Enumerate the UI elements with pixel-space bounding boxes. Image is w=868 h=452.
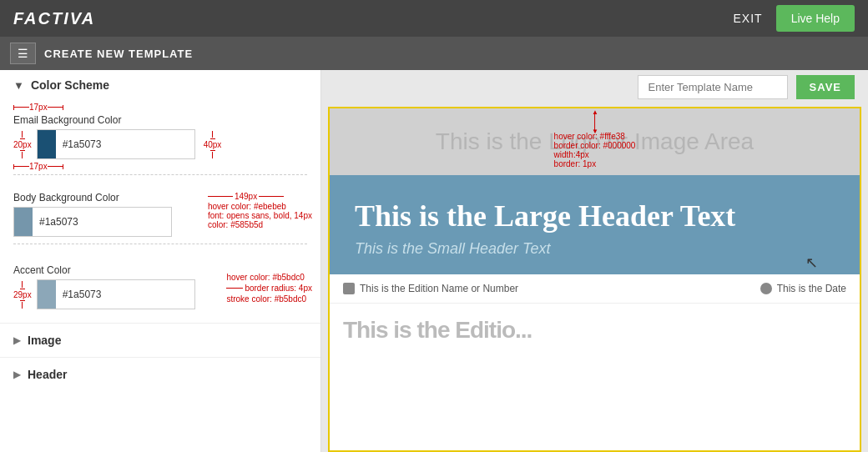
accent-color-row[interactable] xyxy=(37,279,195,309)
factiva-logo: FACTIVA xyxy=(13,9,95,28)
email-bg-label: Email Background Color xyxy=(13,114,307,126)
edition-title-large: This is the Editio... xyxy=(343,317,846,344)
header-label: Header xyxy=(28,368,67,381)
accent-value-input[interactable] xyxy=(56,280,194,309)
body-bg-annotations: 149px hover color: #ebebeb font: opens s… xyxy=(208,192,312,229)
email-bg-dim4: 40px xyxy=(204,140,222,149)
image-chevron: ▶ xyxy=(13,334,21,346)
email-bg-color-swatch[interactable] xyxy=(38,130,56,158)
accent-section: Accent Color 29px xyxy=(0,264,320,323)
header-section-header[interactable]: ▶ Header xyxy=(0,357,320,391)
body-bg-color: color: #585b5d xyxy=(208,220,312,229)
accent-color-swatch[interactable] xyxy=(38,280,56,309)
email-bg-top-ruler: 17px xyxy=(13,103,307,112)
email-bg-color-row[interactable] xyxy=(37,129,195,159)
email-bg-value-input[interactable] xyxy=(56,130,194,158)
preview-border: border: 1px xyxy=(554,159,636,168)
accent-stroke: stroke color: #b5bdc0 xyxy=(226,294,312,304)
hamburger-button[interactable]: ☰ xyxy=(10,43,36,64)
accent-annotations: hover color: #b5bdc0 border radius: 4px … xyxy=(226,273,312,304)
large-header-text: This is the Large Header Text xyxy=(355,200,835,234)
email-bg-dim2: 20px xyxy=(13,140,32,149)
color-scheme-section-header[interactable]: ▼ Color Scheme xyxy=(0,70,320,100)
top-navigation: FACTIVA EXIT Live Help xyxy=(0,0,868,37)
hamburger-icon: ☰ xyxy=(18,47,28,60)
edition-left: This is the Edition Name or Number xyxy=(343,283,518,294)
email-preview: This is the Logo or Image Area ▲ ▼ hover… xyxy=(328,107,861,452)
color-scheme-title: Color Scheme xyxy=(31,78,109,92)
content-area: SAVE This is the Logo or Image Area ▲ ▼ … xyxy=(321,70,868,452)
email-bg-dim1: 17px xyxy=(29,103,48,112)
logo-area-text: This is the Logo or Image Area xyxy=(436,128,754,155)
body-bg-color-row[interactable] xyxy=(13,207,172,237)
live-help-button[interactable]: Live Help xyxy=(776,5,855,32)
header-area: This is the Large Header Text This is th… xyxy=(330,175,860,274)
body-bg-color-swatch[interactable] xyxy=(14,208,33,236)
image-section-header[interactable]: ▶ Image xyxy=(0,323,320,357)
create-template-label: CREATE NEW TEMPLATE xyxy=(44,48,193,60)
header-chevron: ▶ xyxy=(13,369,21,380)
top-nav-right: EXIT Live Help xyxy=(734,5,855,32)
email-bg-bottom-ruler: 17px xyxy=(13,162,307,171)
template-name-input[interactable] xyxy=(638,75,788,99)
calendar-icon xyxy=(343,283,355,294)
body-bg-dim: 149px xyxy=(235,192,257,201)
body-bg-section: Body Background Color 149px hover color:… xyxy=(0,192,320,264)
small-header-text: This is the Small Header Text xyxy=(355,240,835,258)
edition-name-text: This is the Edition Name or Number xyxy=(360,283,518,294)
template-bar: SAVE xyxy=(321,70,868,103)
logo-area: This is the Logo or Image Area ▲ ▼ hover… xyxy=(330,108,860,175)
accent-border-radius: border radius: 4px xyxy=(245,284,312,293)
sub-navigation: ☰ CREATE NEW TEMPLATE xyxy=(0,37,868,70)
edition-bar: This is the Edition Name or Number This … xyxy=(330,274,860,304)
edition-right: This is the Date xyxy=(760,283,846,294)
save-button[interactable]: SAVE xyxy=(796,75,855,99)
exit-button[interactable]: EXIT xyxy=(734,12,763,25)
body-bg-font: font: opens sans, bold, 14px xyxy=(208,211,312,220)
body-bg-value-input[interactable] xyxy=(33,208,171,236)
sidebar: ▼ Color Scheme 17px Email Background Col… xyxy=(0,70,321,452)
email-bg-dim3: 17px xyxy=(29,162,48,171)
accent-hover: hover color: #b5bdc0 xyxy=(226,273,312,282)
email-bg-section: 17px Email Background Color 20px xyxy=(0,103,320,192)
accent-dim: 29px xyxy=(13,290,32,299)
date-text: This is the Date xyxy=(777,283,846,294)
color-scheme-chevron: ▼ xyxy=(13,79,24,92)
image-label: Image xyxy=(28,334,61,347)
edition-title-area: This is the Editio... xyxy=(330,304,860,357)
body-bg-hover: hover color: #ebebeb xyxy=(208,202,312,211)
main-layout: ▼ Color Scheme 17px Email Background Col… xyxy=(0,70,868,452)
clock-icon xyxy=(760,283,772,294)
